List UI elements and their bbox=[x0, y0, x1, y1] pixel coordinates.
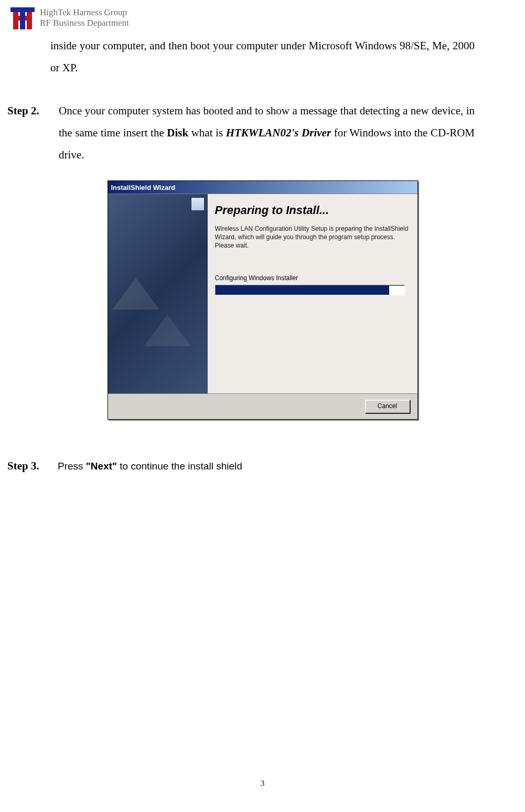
page: HighTek Harness Group RF Business Depart… bbox=[0, 0, 525, 812]
step3-post: to continue the install shield bbox=[117, 461, 242, 472]
installer-side-image bbox=[108, 194, 208, 393]
step2-driver: HTKWLAN02's Driver bbox=[226, 126, 331, 139]
company-logo bbox=[9, 5, 36, 31]
step2-disk: Disk bbox=[167, 126, 188, 139]
cancel-button[interactable]: Cancel bbox=[365, 400, 410, 413]
page-header: HighTek Harness Group RF Business Depart… bbox=[0, 0, 525, 31]
installer-progress-fill bbox=[216, 285, 389, 295]
installer-main: Preparing to Install... Wireless LAN Con… bbox=[208, 194, 417, 393]
installer-titlebar-text: InstallShield Wizard bbox=[111, 184, 176, 191]
step2-mid: what is bbox=[188, 126, 226, 139]
department-name: RF Business Department bbox=[40, 18, 129, 28]
step-3: Step 3. Press "Next" to continue the ins… bbox=[50, 456, 475, 476]
intro-continuation: inside your computer, and then boot your… bbox=[50, 35, 475, 79]
content: inside your computer, and then boot your… bbox=[0, 31, 525, 476]
installer-body: Preparing to Install... Wireless LAN Con… bbox=[108, 194, 417, 393]
installer-description: Wireless LAN Configuration Utility Setup… bbox=[215, 225, 409, 250]
svg-rect-4 bbox=[20, 7, 25, 29]
step3-pre: Press bbox=[58, 461, 86, 472]
installer-title: Preparing to Install... bbox=[215, 204, 409, 217]
installer-status: Configuring Windows Installer bbox=[215, 274, 409, 282]
page-number: 3 bbox=[0, 779, 525, 788]
installer-footer: Cancel bbox=[108, 393, 417, 419]
installer-window: InstallShield Wizard Preparing to Instal… bbox=[108, 180, 418, 420]
installer-titlebar: InstallShield Wizard bbox=[108, 181, 417, 194]
installer-progressbar bbox=[215, 285, 405, 295]
step-3-body: Press "Next" to continue the install shi… bbox=[58, 456, 242, 476]
header-text: HighTek Harness Group RF Business Depart… bbox=[36, 5, 129, 28]
step-2: Step 2. Once your computer system has bo… bbox=[50, 100, 475, 166]
installer-corner-icon bbox=[191, 197, 205, 211]
step-2-label: Step 2. bbox=[0, 100, 59, 122]
step-3-label: Step 3. bbox=[0, 460, 58, 473]
step-2-body: Once your computer system has booted and… bbox=[59, 100, 475, 166]
step3-next: "Next" bbox=[86, 461, 117, 472]
company-name: HighTek Harness Group bbox=[40, 7, 129, 18]
